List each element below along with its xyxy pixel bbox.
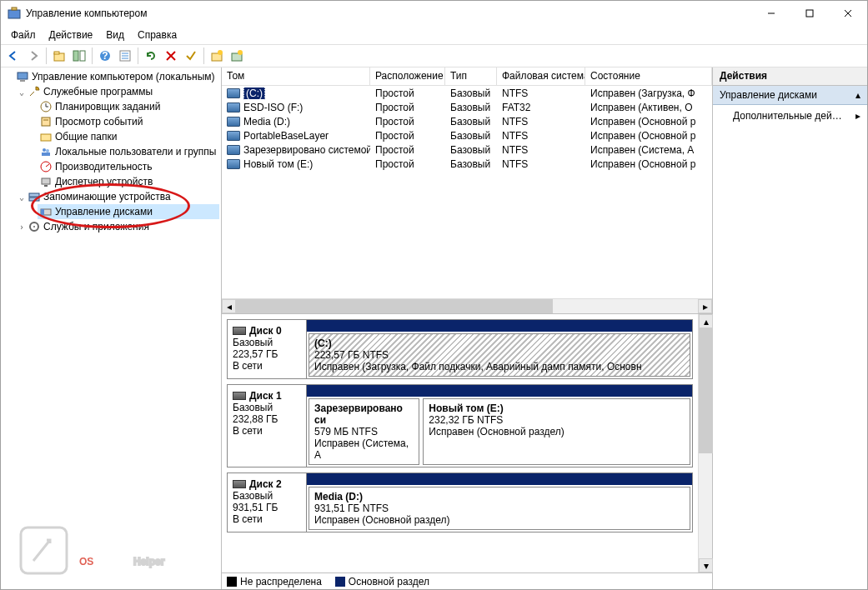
tree-performance[interactable]: Производительность [38, 159, 219, 174]
properties-button[interactable] [116, 47, 134, 65]
tree-shared-folders[interactable]: Общие папки [38, 129, 219, 144]
disk-graphical: Диск 0Базовый223,57 ГБВ сети(C:)223,57 Г… [222, 314, 698, 572]
disk-info: Диск 2Базовый931,51 ГБВ сети [228, 473, 307, 532]
col-status[interactable]: Состояние [585, 68, 712, 85]
scroll-right-icon[interactable]: ▸ [698, 299, 712, 313]
col-fs[interactable]: Файловая система [497, 68, 585, 85]
menu-view[interactable]: Вид [99, 28, 131, 42]
device-icon [39, 175, 53, 188]
center-pane: Том Расположение Тип Файловая система Со… [222, 68, 713, 589]
partition[interactable]: Новый том (E:)232,32 ГБ NTFSИсправен (Ос… [423, 398, 690, 465]
svg-rect-7 [54, 52, 59, 54]
legend-unallocated: Не распределена [227, 576, 322, 588]
partition[interactable]: Зарезервировано си579 МБ NTFSИсправен (С… [309, 398, 419, 465]
disk-graphical-wrap: Диск 0Базовый223,57 ГБВ сети(C:)223,57 Г… [222, 314, 712, 572]
tree-task-scheduler[interactable]: Планировщик заданий [38, 99, 219, 114]
scroll-down-icon[interactable]: ▾ [699, 558, 713, 572]
svg-rect-8 [73, 51, 78, 61]
svg-point-19 [218, 50, 223, 55]
partition[interactable]: Media (D:)931,51 ГБ NTFSИсправен (Основн… [309, 487, 690, 530]
menu-file[interactable]: Файл [4, 28, 43, 42]
volume-icon [227, 159, 240, 169]
delete-button[interactable] [162, 47, 180, 65]
maximize-button[interactable] [790, 1, 829, 26]
svg-rect-3 [806, 10, 813, 17]
volume-row[interactable]: Зарезервировано системойПростойБазовыйNT… [222, 142, 712, 157]
forward-button[interactable] [24, 47, 43, 65]
tree-device-manager[interactable]: Диспетчер устройств [38, 174, 219, 189]
minimize-button[interactable] [752, 1, 790, 26]
menu-help[interactable]: Справка [131, 28, 183, 42]
svg-rect-27 [42, 118, 50, 126]
event-icon [39, 115, 53, 128]
collapse-icon[interactable]: ⌄ [16, 192, 28, 202]
svg-line-34 [46, 164, 49, 167]
volume-rows: (C:)ПростойБазовыйNTFSИсправен (Загрузка… [222, 86, 712, 298]
volume-row[interactable]: PortableBaseLayerПростойБазовыйNTFSИспра… [222, 128, 712, 142]
refresh-button[interactable] [142, 47, 160, 65]
tree-root[interactable]: Управление компьютером (локальным) [3, 69, 219, 84]
body: Управление компьютером (локальным) ⌄ Слу… [1, 68, 867, 589]
volume-row[interactable]: (C:)ПростойБазовыйNTFSИсправен (Загрузка… [222, 86, 712, 100]
col-layout[interactable]: Расположение [370, 68, 445, 85]
folder-icon [39, 130, 53, 143]
perf-icon [39, 160, 53, 173]
disk-block: Диск 1Базовый232,88 ГБВ сетиЗарезервиров… [227, 384, 693, 468]
tree-disk-management[interactable]: Управление дисками [38, 204, 219, 219]
volume-icon [227, 117, 240, 127]
volume-icon [227, 131, 240, 141]
tree-event-viewer[interactable]: Просмотр событий [38, 114, 219, 129]
tree-local-users[interactable]: Локальные пользователи и группы [38, 144, 219, 159]
close-button[interactable] [829, 1, 867, 26]
volume-list: Том Расположение Тип Файловая система Со… [222, 68, 712, 314]
svg-rect-32 [42, 152, 50, 156]
svg-rect-1 [12, 8, 17, 10]
svg-rect-29 [41, 134, 51, 141]
show-hide-tree-button[interactable] [70, 47, 88, 65]
actions-more[interactable]: Дополнительные дей… ▸ [713, 105, 867, 127]
collapse-icon[interactable]: ▴ [855, 89, 860, 101]
wrench-icon [28, 85, 41, 98]
actions-title: Действия [713, 68, 867, 86]
tree-pane: Управление компьютером (локальным) ⌄ Слу… [1, 68, 222, 589]
col-volume[interactable]: Том [222, 68, 370, 85]
v-scrollbar[interactable]: ▴ ▾ [698, 314, 712, 572]
tree-storage[interactable]: ⌄ Запоминающие устройства [14, 189, 219, 204]
tree-services[interactable]: › Службы и приложения [14, 219, 219, 234]
disk-block: Диск 2Базовый931,51 ГБВ сетиMedia (D:)93… [227, 472, 693, 532]
check-icon[interactable] [182, 47, 200, 65]
legend: Не распределена Основной раздел [222, 572, 712, 589]
volume-row[interactable]: Новый том (E:)ПростойБазовыйNTFSИсправен… [222, 157, 712, 171]
window-title: Управление компьютером [26, 8, 752, 19]
clock-icon [39, 100, 53, 113]
disk-icon [233, 392, 246, 400]
svg-point-31 [46, 149, 49, 152]
h-scrollbar[interactable]: ◂ ▸ [222, 298, 712, 313]
svg-rect-38 [29, 198, 39, 201]
scroll-up-icon[interactable]: ▴ [699, 314, 713, 328]
back-button[interactable] [4, 47, 23, 65]
svg-rect-35 [42, 178, 50, 184]
actions-section[interactable]: Управление дисками ▴ [713, 86, 867, 105]
volume-row[interactable]: ESD-ISO (F:)ПростойБазовыйFAT32Исправен … [222, 100, 712, 114]
up-button[interactable] [50, 47, 68, 65]
expand-icon[interactable]: › [16, 222, 28, 232]
help-button[interactable]: ? [96, 47, 114, 65]
svg-point-30 [43, 148, 46, 152]
new-item-button[interactable] [208, 47, 226, 65]
disk-info: Диск 0Базовый223,57 ГБВ сети [228, 320, 307, 378]
tree-system-tools[interactable]: ⌄ Служебные программы [14, 84, 219, 99]
col-type[interactable]: Тип [445, 68, 497, 85]
volume-icon [227, 102, 240, 112]
window-buttons [752, 1, 867, 26]
collapse-icon[interactable]: ⌄ [16, 88, 28, 97]
extra-button[interactable] [228, 47, 246, 65]
svg-rect-22 [18, 72, 28, 79]
svg-rect-23 [20, 80, 25, 82]
volume-row[interactable]: Media (D:)ПростойБазовыйNTFSИсправен (Ос… [222, 114, 712, 128]
partition[interactable]: (C:)223,57 ГБ NTFSИсправен (Загрузка, Фа… [309, 333, 690, 377]
menu-action[interactable]: Действие [43, 28, 100, 42]
svg-text:?: ? [102, 50, 108, 62]
scroll-left-icon[interactable]: ◂ [222, 299, 236, 313]
volume-icon [227, 88, 240, 98]
